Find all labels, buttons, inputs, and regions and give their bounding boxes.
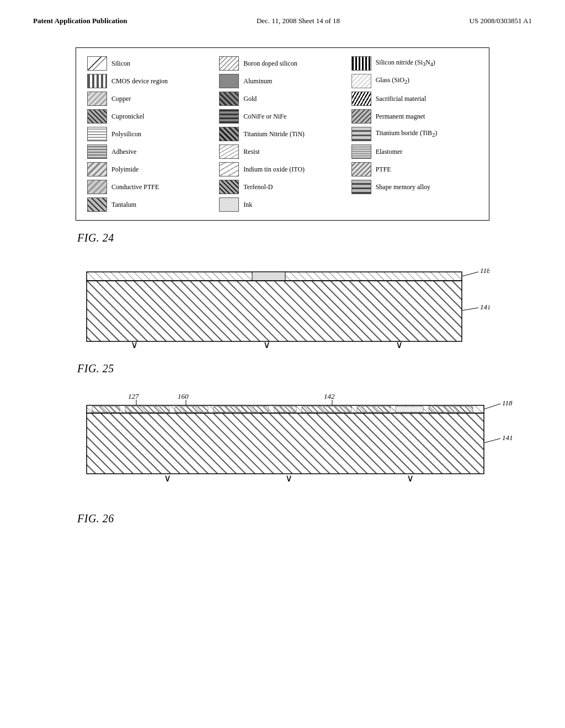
swatch-permag — [351, 109, 371, 124]
legend-item-boron: Boron doped silicon — [219, 56, 345, 71]
legend-item-sacrificial: Sacrificial material — [351, 92, 478, 106]
label-adhesive: Adhesive — [111, 147, 136, 157]
svg-rect-22 — [214, 406, 269, 412]
label-aluminum: Aluminum — [243, 77, 272, 86]
label-gold: Gold — [243, 94, 257, 104]
svg-text:∨: ∨ — [396, 339, 403, 350]
svg-text:∨: ∨ — [285, 473, 292, 484]
legend-item-polysi: Polysilicon — [87, 127, 214, 141]
legend-item-ito: Indium tin oxide (ITO) — [219, 162, 345, 176]
svg-text:∨: ∨ — [164, 473, 171, 484]
fig25-label: FIG. 25 — [77, 362, 114, 374]
legend-item-elastomer: Elastomer — [351, 144, 478, 159]
header-date-sheet: Dec. 11, 2008 Sheet 14 of 18 — [257, 17, 340, 25]
svg-line-9 — [462, 308, 478, 311]
swatch-ito — [219, 162, 239, 176]
svg-line-31 — [484, 438, 500, 443]
legend-item-ptfe: PTFE — [351, 162, 478, 176]
label-sma: Shape memory alloy — [376, 183, 430, 192]
svg-text:142: 142 — [324, 392, 335, 400]
header-patent-num: US 2008/0303851 A1 — [470, 17, 532, 25]
svg-text:127: 127 — [128, 392, 139, 400]
label-polysi: Polysilicon — [111, 130, 141, 139]
swatch-ink — [219, 197, 239, 212]
swatch-tantalum — [87, 197, 107, 212]
swatch-aluminum — [219, 74, 239, 88]
svg-text:∨: ∨ — [263, 339, 270, 350]
legend-grid: Silicon Boron doped silicon Silicon nitr… — [87, 56, 478, 212]
fig24-label: FIG. 24 — [77, 232, 114, 244]
label-ito: Indium tin oxide (ITO) — [243, 165, 305, 174]
legend-item-cptfe: Conductive PTFE — [87, 180, 214, 194]
label-elastomer: Elastomer — [376, 147, 403, 157]
svg-text:∨: ∨ — [407, 473, 414, 484]
legend-item-aluminum: Aluminum — [219, 74, 345, 88]
legend-item-conife: CoNiFe or NiFe — [219, 109, 345, 124]
swatch-sacrificial — [351, 92, 371, 106]
swatch-cmos — [87, 74, 107, 88]
label-boron: Boron doped silicon — [243, 59, 297, 68]
legend-item-copper: Copper — [87, 92, 214, 106]
svg-rect-6 — [87, 281, 462, 341]
legend-item-sinit: Silicon nitride (Si3N4) — [351, 56, 478, 71]
swatch-tibor — [351, 127, 371, 141]
svg-text:160: 160 — [178, 392, 189, 400]
svg-rect-27 — [429, 406, 473, 412]
label-copper: Copper — [111, 94, 131, 104]
label-resist: Resist — [243, 147, 259, 157]
page: Patent Application Publication Dec. 11, … — [0, 0, 565, 728]
svg-rect-21 — [175, 406, 208, 412]
label-ptfe: PTFE — [376, 165, 391, 174]
swatch-glass — [351, 74, 371, 88]
label-sinit: Silicon nitride (Si3N4) — [376, 58, 435, 68]
swatch-cupronickel — [87, 109, 107, 124]
legend-item-glass: Glass (SiO2) — [351, 74, 478, 88]
label-tinit: Titanium Nitride (TiN) — [243, 130, 304, 139]
svg-rect-26 — [396, 406, 423, 412]
swatch-resist — [219, 144, 239, 159]
label-terfenold: Terfenol-D — [243, 183, 273, 192]
svg-line-0 — [88, 57, 101, 70]
header: Patent Application Publication Dec. 11, … — [33, 17, 532, 25]
label-silicon: Silicon — [111, 59, 130, 68]
label-cmos: CMOS device region — [111, 77, 168, 86]
label-tantalum: Tantalum — [111, 200, 136, 210]
swatch-tinit — [219, 127, 239, 141]
legend-item-adhesive: Adhesive — [87, 144, 214, 159]
legend-box: Silicon Boron doped silicon Silicon nitr… — [76, 47, 489, 221]
swatch-adhesive — [87, 144, 107, 159]
svg-text:141: 141 — [502, 433, 513, 442]
fig26-label: FIG. 26 — [77, 512, 114, 524]
swatch-elastomer — [351, 144, 371, 159]
fig26-section: 118 141 127 160 142 ∨ ∨ ∨ FIG. 26 — [33, 389, 532, 525]
svg-text:118: 118 — [502, 399, 513, 407]
label-tibor: Titanium boride (TiB2) — [376, 129, 437, 139]
legend-item-terfenold: Terfenol-D — [219, 180, 345, 194]
swatch-terfenold — [219, 180, 239, 194]
svg-rect-24 — [302, 406, 351, 412]
legend-item-cupronickel: Cupronickel — [87, 109, 214, 124]
legend-item-tantalum: Tantalum — [87, 197, 214, 212]
swatch-conife — [219, 109, 239, 124]
label-ink: Ink — [243, 200, 252, 210]
swatch-boron — [219, 56, 239, 71]
label-cupronickel: Cupronickel — [111, 112, 144, 121]
swatch-silicon — [87, 56, 107, 71]
swatch-cptfe — [87, 180, 107, 194]
swatch-copper — [87, 92, 107, 106]
svg-rect-20 — [125, 406, 169, 412]
fig25-diagram: 118 141 ∨ ∨ ∨ — [76, 261, 489, 360]
swatch-gold — [219, 92, 239, 106]
swatch-sma — [351, 180, 371, 194]
legend-item-resist: Resist — [219, 144, 345, 159]
legend-item-permag: Permanent magnet — [351, 109, 478, 124]
label-glass: Glass (SiO2) — [376, 76, 409, 86]
swatch-ptfe — [351, 162, 371, 176]
svg-line-7 — [462, 272, 478, 276]
legend-item-cmos: CMOS device region — [87, 74, 214, 88]
svg-rect-5 — [252, 272, 285, 281]
label-cptfe: Conductive PTFE — [111, 183, 159, 192]
svg-text:118: 118 — [480, 266, 489, 275]
label-conife: CoNiFe or NiFe — [243, 112, 286, 121]
label-permag: Permanent magnet — [376, 112, 425, 121]
